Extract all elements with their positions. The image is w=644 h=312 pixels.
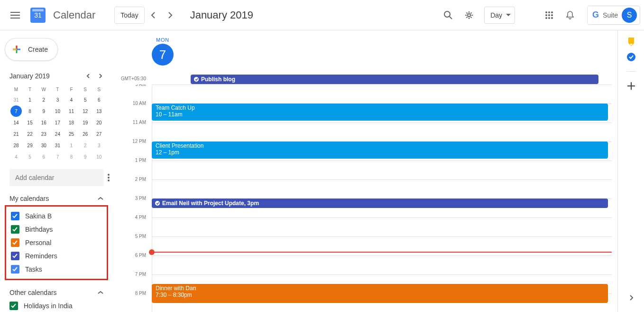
calendar-item[interactable]: Tasks xyxy=(11,263,102,276)
mini-cal-day[interactable]: 30 xyxy=(37,140,50,151)
gsuite-button[interactable]: G Suite S xyxy=(587,6,640,25)
check-icon xyxy=(12,227,18,232)
mini-cal-day[interactable]: 9 xyxy=(79,151,92,162)
search-button[interactable] xyxy=(439,6,458,25)
mini-cal-day[interactable]: 15 xyxy=(23,117,37,128)
hour-row[interactable]: 5 PM xyxy=(113,236,617,255)
settings-button[interactable] xyxy=(460,6,478,25)
calendar-checkbox[interactable] xyxy=(11,225,19,234)
mini-cal-day[interactable]: 3 xyxy=(51,94,64,105)
hour-label: 1 PM xyxy=(113,158,148,163)
add-calendar-input[interactable] xyxy=(9,169,104,186)
calendar-checkbox[interactable] xyxy=(9,302,18,310)
calendar-item[interactable]: Sakina B xyxy=(11,209,102,223)
calendar-item[interactable]: Holidays in India xyxy=(9,299,103,312)
more-vert-icon xyxy=(108,174,110,181)
calendar-item[interactable]: Birthdays xyxy=(11,223,102,236)
mini-cal-day[interactable]: 4 xyxy=(65,94,78,105)
mini-cal-day[interactable]: 1 xyxy=(65,140,78,151)
allday-task[interactable]: Publish blog xyxy=(191,75,598,84)
hour-row[interactable]: 4 PM xyxy=(113,217,617,236)
mini-cal-day[interactable]: 8 xyxy=(23,105,37,117)
today-button[interactable]: Today xyxy=(114,7,144,24)
calendar-event[interactable]: Client Presentation12 – 1pm xyxy=(152,142,608,159)
mini-cal-day[interactable]: 13 xyxy=(92,105,106,117)
mini-cal-day[interactable]: 4 xyxy=(9,151,23,162)
my-calendars-toggle[interactable]: My calendars xyxy=(0,195,113,202)
calendar-event[interactable]: Team Catch Up10 – 11am xyxy=(152,104,608,121)
mini-cal-day[interactable]: 10 xyxy=(92,151,106,162)
mini-cal-day[interactable]: 6 xyxy=(92,94,106,105)
svg-point-0 xyxy=(444,11,450,17)
mini-cal-day[interactable]: 25 xyxy=(65,128,78,140)
hour-label: 10 AM xyxy=(113,101,148,106)
hour-row[interactable]: 2 PM xyxy=(113,180,617,199)
hour-row[interactable]: 9 AM xyxy=(113,85,617,104)
hour-row[interactable]: 11 AM xyxy=(113,123,617,142)
mini-cal-day[interactable]: 2 xyxy=(79,140,92,151)
mini-cal-day[interactable]: 19 xyxy=(79,117,92,128)
mini-cal-day[interactable]: 22 xyxy=(23,128,37,140)
mini-cal-day[interactable]: 24 xyxy=(51,128,64,140)
hour-row[interactable]: 6 PM xyxy=(113,255,617,274)
calendar-item[interactable]: Reminders xyxy=(11,249,102,263)
prev-period-button[interactable] xyxy=(146,8,161,23)
calendar-checkbox[interactable] xyxy=(11,265,19,274)
mini-cal-day[interactable]: 9 xyxy=(37,105,50,117)
mini-cal-day[interactable]: 17 xyxy=(51,117,64,128)
mini-cal-day[interactable]: 2 xyxy=(37,94,50,105)
mini-cal-day[interactable]: 20 xyxy=(92,117,106,128)
mini-cal-day[interactable]: 12 xyxy=(79,105,92,117)
mini-cal-day[interactable]: 21 xyxy=(9,128,23,140)
mini-cal-day[interactable]: 29 xyxy=(23,140,37,151)
mini-cal-day[interactable]: 7 xyxy=(51,151,64,162)
hide-panel-button[interactable] xyxy=(626,293,636,303)
calendar-checkbox[interactable] xyxy=(11,212,19,220)
mini-cal-day[interactable]: 27 xyxy=(92,128,106,140)
mini-cal-day[interactable]: 18 xyxy=(65,117,78,128)
day-column-header[interactable]: MON 7 xyxy=(152,37,174,66)
mini-cal-day[interactable]: 26 xyxy=(79,128,92,140)
apps-button[interactable] xyxy=(540,6,559,25)
create-event-button[interactable]: Create xyxy=(5,38,58,61)
mini-cal-day[interactable]: 5 xyxy=(23,151,37,162)
get-addons[interactable] xyxy=(626,81,636,91)
next-period-button[interactable] xyxy=(163,8,178,23)
view-selector[interactable]: Day xyxy=(484,7,515,24)
mini-cal-day[interactable]: 14 xyxy=(9,117,23,128)
hour-row[interactable]: 1 PM xyxy=(113,161,617,180)
mini-cal-day[interactable]: 1 xyxy=(23,94,37,105)
task-event[interactable]: Email Neil with Project Update, 3pm xyxy=(152,199,608,208)
mini-cal-day[interactable]: 31 xyxy=(9,94,23,105)
main-menu-button[interactable] xyxy=(4,4,27,27)
mini-cal-day[interactable]: 16 xyxy=(37,117,50,128)
mini-cal-day[interactable]: 3 xyxy=(92,140,106,151)
keep-addon[interactable] xyxy=(626,37,636,47)
chevron-left-icon xyxy=(151,12,156,19)
mini-cal-day[interactable]: 8 xyxy=(65,151,78,162)
mini-cal-day[interactable]: 11 xyxy=(65,105,78,117)
mini-cal-day[interactable]: 28 xyxy=(9,140,23,151)
notifications-button[interactable] xyxy=(561,6,580,25)
user-avatar[interactable]: S xyxy=(622,8,637,23)
mini-cal-day[interactable]: 7 xyxy=(9,105,23,117)
mini-cal-day[interactable]: 23 xyxy=(37,128,50,140)
calendar-item[interactable]: Personal xyxy=(11,236,102,249)
other-calendars-toggle[interactable]: Other calendars xyxy=(0,289,113,296)
calendar-options-button[interactable] xyxy=(108,172,110,183)
svg-point-7 xyxy=(551,14,553,16)
other-calendars-label: Other calendars xyxy=(9,289,57,296)
calendar-label: Holidays in India xyxy=(24,302,73,310)
calendar-event[interactable]: Dinner with Dan7:30 – 8:30pm xyxy=(152,284,608,303)
mini-cal-prev[interactable] xyxy=(83,70,94,82)
tasks-addon[interactable] xyxy=(626,52,636,62)
calendar-checkbox[interactable] xyxy=(11,252,19,260)
calendar-checkbox[interactable] xyxy=(11,238,19,247)
mini-cal-day[interactable]: 10 xyxy=(51,105,64,117)
svg-point-10 xyxy=(551,17,553,19)
chevron-left-icon xyxy=(86,74,90,78)
mini-cal-day[interactable]: 31 xyxy=(51,140,64,151)
mini-cal-day[interactable]: 5 xyxy=(79,94,92,105)
mini-cal-day[interactable]: 6 xyxy=(37,151,50,162)
mini-cal-next[interactable] xyxy=(95,70,106,82)
